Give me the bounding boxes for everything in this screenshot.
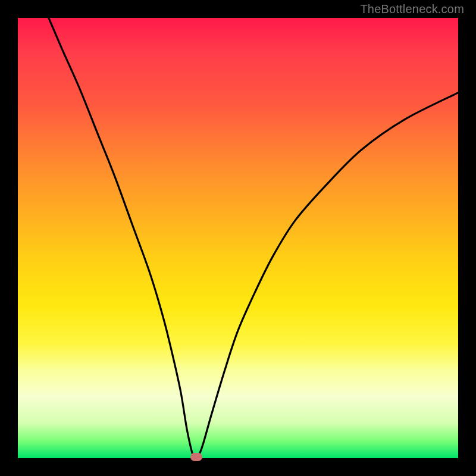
plot-area (18, 18, 458, 458)
chart-frame: TheBottleneck.com (0, 0, 476, 476)
optimum-marker (190, 453, 202, 461)
watermark-text: TheBottleneck.com (360, 2, 464, 16)
bottleneck-curve (18, 18, 458, 458)
